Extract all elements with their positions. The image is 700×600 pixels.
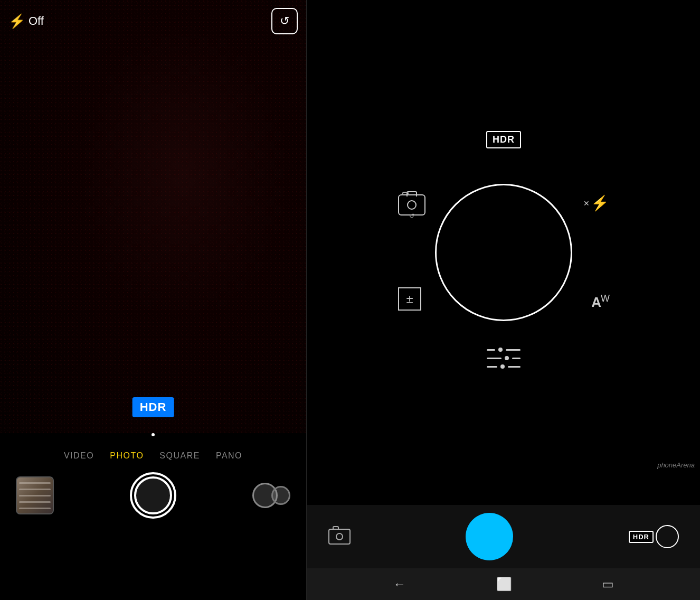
exposure-icon: ± [398,287,421,311]
mini-camera-lens [336,533,343,540]
flip-arrows-icon: ↺ [409,212,414,220]
right-bottom-bar: HDR ← ⬜ ▭ [307,505,700,600]
settings-wheel: HDR ↺ ✕ ⚡ [387,126,620,379]
mode-video[interactable]: VIDEO [64,449,94,463]
mode-square[interactable]: SQUARE [159,449,200,463]
slider-3 [487,364,521,369]
shutter-circle [435,184,572,321]
mode-selector: VIDEO PHOTO SQUARE PANO [64,439,242,467]
phonearena-text: phoneArena [657,461,695,469]
bottom-controls: VIDEO PHOTO SQUARE PANO [0,433,306,600]
sl-bar-3b [508,366,521,368]
home-nav-button[interactable]: ⬜ [492,573,516,596]
right-hdr-circle[interactable] [656,525,679,548]
mode-pano[interactable]: PANO [216,449,242,463]
sl-bar-2b [512,358,521,359]
awb-text-label: AW [591,293,609,311]
camera-flip-button[interactable]: ↺ [271,8,298,34]
shutter-row [0,467,306,524]
hdr-wheel-button[interactable]: HDR [486,131,521,148]
shutter-button[interactable] [130,472,176,519]
hdr-toggle-group[interactable] [252,483,290,508]
right-gallery-button[interactable] [328,529,351,545]
right-viewfinder: HDR ↺ ✕ ⚡ [307,0,700,505]
thumbnail-preview [17,477,53,513]
back-nav-button[interactable]: ← [389,573,410,596]
right-hdr-group: HDR [629,525,679,548]
active-mode-dot [152,433,155,436]
camera-lens [407,200,417,210]
settings-wheel-button[interactable] [487,348,521,369]
thumbnail-lines [17,477,53,513]
thumb-line-5 [19,508,51,509]
shutter-inner-ring [134,476,172,514]
mini-camera-bump [333,526,339,530]
flip-camera-wheel-button[interactable]: ↺ [398,194,425,215]
exposure-wheel-button[interactable]: ± [398,287,421,311]
flash-wheel-button[interactable]: ✕ ⚡ [583,194,609,212]
left-top-bar: ⚡ Off ↺ [0,0,306,42]
hdr-badge-wheel: HDR [486,131,521,148]
gallery-thumbnail[interactable] [16,476,54,514]
thumb-line-4 [19,501,51,503]
thumb-line-1 [19,482,51,484]
effect-circle-small[interactable] [271,486,290,505]
sl-handle-1 [498,348,503,352]
left-panel: ⚡ Off ↺ HDR VIDEO PHOTO SQUARE PANO [0,0,306,600]
right-hdr-badge[interactable]: HDR [629,531,654,543]
phonearena-watermark: phoneArena [657,461,695,469]
camera-flip-icon: ↺ [280,14,289,28]
flash-bolt-wheel-icon: ⚡ [591,194,609,212]
mode-photo[interactable]: PHOTO [110,449,144,463]
right-panel: HDR ↺ ✕ ⚡ [307,0,700,600]
thumb-line-2 [19,489,51,490]
hdr-badge-viewfinder[interactable]: HDR [133,397,174,417]
sl-bar-2a [487,358,502,359]
flash-x-icon: ✕ [583,199,590,208]
right-shutter-button[interactable] [466,513,513,560]
right-shutter-row: HDR [307,505,700,568]
recents-nav-button[interactable]: ▭ [598,573,618,596]
sl-bar-1b [506,349,521,351]
slider-1 [487,348,521,352]
settings-sliders-icon [487,348,521,369]
slider-2 [487,356,521,360]
camera-bump [402,192,409,195]
nav-bar: ← ⬜ ▭ [307,568,700,600]
sl-handle-2 [505,356,509,360]
flash-status-text: Off [29,14,44,28]
sl-handle-3 [500,364,505,369]
left-viewfinder: HDR [0,0,306,433]
sl-bar-1a [487,349,495,351]
sl-bar-3a [487,366,497,368]
exposure-symbol: ± [406,292,413,306]
thumb-line-3 [19,495,51,496]
flash-indicator[interactable]: ⚡ Off [8,13,44,30]
awb-wheel-button[interactable]: AW [591,293,609,311]
mini-camera-body [328,529,351,545]
flash-bolt-icon: ⚡ [8,13,25,30]
